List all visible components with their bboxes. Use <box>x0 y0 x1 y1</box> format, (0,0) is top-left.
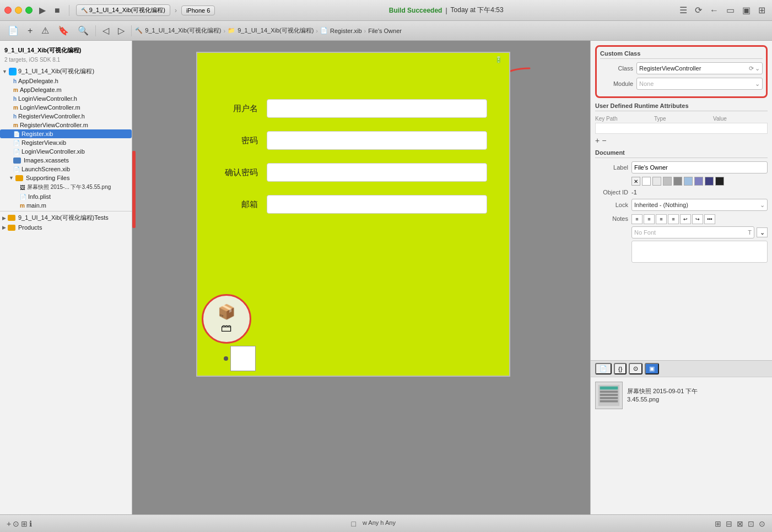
view-layout-btn[interactable]: □ <box>351 519 355 528</box>
align-rtl-btn[interactable]: ↩ <box>680 214 691 224</box>
tab-source-icon[interactable]: {} <box>614 363 627 374</box>
sidebar-item-tests[interactable]: ▶ 9_1_UI_14_Xib(可视化编程)Tests <box>0 213 132 223</box>
class-dropdown[interactable]: RegisterViewController ⟳ ⌄ <box>636 62 763 74</box>
font-size-btn[interactable]: ⌄ <box>757 227 768 237</box>
small-white-square[interactable] <box>230 346 256 371</box>
status-info-btn[interactable]: ℹ <box>29 519 32 528</box>
breadcrumb-project[interactable]: 9_1_UI_14_Xib(可视化编程) <box>145 26 221 35</box>
font-dropdown[interactable]: No Font T <box>631 226 754 238</box>
traffic-lights <box>4 7 33 14</box>
sidebar-item-project-root[interactable]: ▼ 9_1_UI_14_Xib(可视化编程) <box>0 66 132 77</box>
refresh-class-icon[interactable]: ⟳ <box>749 65 754 72</box>
search-btn[interactable]: 🔍 <box>74 24 92 37</box>
notes-area: ≡ ≡ ≡ ≡ ↩ ↪ ••• No Font T <box>631 214 768 264</box>
sidebar-item-register-xib[interactable]: 📄 Register.xib <box>0 129 132 138</box>
grid-btn[interactable]: ⊞ <box>715 519 721 528</box>
tab-target-icon[interactable]: ⊙ <box>629 363 643 374</box>
color-swatch-blue1[interactable] <box>684 177 693 186</box>
inspector-toggle[interactable]: ▭ <box>724 4 737 17</box>
back-nav-btn[interactable]: ◁ <box>99 24 112 37</box>
module-dropdown[interactable]: None ⌄ <box>636 78 763 90</box>
align-right-btn[interactable]: ≡ <box>656 214 667 224</box>
sidebar-item-images-xcassets[interactable]: Images.xcassets <box>0 156 132 165</box>
more-options-btn[interactable]: ••• <box>704 214 715 224</box>
label-input[interactable] <box>631 161 768 173</box>
warning-btn[interactable]: ⚠ <box>38 24 52 37</box>
sidebar-item-registervc-h[interactable]: h RegisterViewController.h <box>0 112 132 121</box>
sidebar-item-appdelegate-m[interactable]: m AppDelegate.m <box>0 85 132 94</box>
sidebar-item-appdelegate-h[interactable]: h AppDelegate.h <box>0 77 132 85</box>
font-picker-icon[interactable]: T <box>748 229 752 236</box>
play-button[interactable]: ▶ <box>37 4 48 17</box>
fullscreen-button[interactable] <box>25 7 33 14</box>
color-swatch-gray3[interactable] <box>673 177 682 186</box>
lock-dropdown-arrow[interactable]: ⌄ <box>760 202 765 209</box>
object-library-circle[interactable]: 📦 🗃 <box>202 294 251 344</box>
sidebar-item-loginvc-h[interactable]: h LoginViewController.h <box>0 94 132 103</box>
stop-button[interactable]: ■ <box>52 4 62 17</box>
notes-textarea[interactable] <box>631 241 768 263</box>
color-swatch-black[interactable] <box>715 177 724 186</box>
minimize-button[interactable] <box>15 7 22 14</box>
notes-row: Notes ≡ ≡ ≡ ≡ ↩ ↪ ••• <box>595 214 768 264</box>
sidebar-item-info-plist[interactable]: 📄 Info.plist <box>0 192 132 201</box>
forward-nav-btn[interactable]: ▷ <box>115 24 128 37</box>
lock-dropdown[interactable]: Inherited - (Nothing) ⌄ <box>631 199 768 211</box>
bookmark-btn[interactable]: 🔖 <box>55 24 72 37</box>
color-clear-btn[interactable]: ✕ <box>631 177 640 186</box>
align-ltr-btn[interactable]: ↪ <box>692 214 703 224</box>
color-swatch-gray2[interactable] <box>663 177 672 186</box>
device-selector[interactable]: iPhone 6 <box>181 6 215 15</box>
version-toggle[interactable]: ⊞ <box>756 4 768 17</box>
new-file-btn[interactable]: 📄 <box>4 24 22 37</box>
layout-btn[interactable]: ⊟ <box>726 519 732 528</box>
color-swatch-blue2[interactable] <box>694 177 703 186</box>
confirm-password-input[interactable] <box>267 163 487 182</box>
sidebar-item-loginvc-xib[interactable]: 📄 LoginViewController.xib <box>0 147 132 156</box>
breadcrumb-file[interactable]: Register.xib <box>330 28 361 34</box>
password-input[interactable] <box>267 131 487 150</box>
align-justify-btn[interactable]: ≡ <box>668 214 679 224</box>
status-left: + ⊙ ⊞ ℹ <box>7 519 32 528</box>
refresh-btn[interactable]: ⟳ <box>693 4 704 17</box>
tab-layout-icon[interactable]: ▣ <box>645 363 659 374</box>
sidebar-item-loginvc-m[interactable]: m LoginViewController.m <box>0 103 132 112</box>
thumbnail-label: 屏幕快照 2015-09-01 下午3.45.55.png <box>627 387 698 404</box>
breadcrumb-owner[interactable]: File's Owner <box>368 28 402 34</box>
color-swatch-gray1[interactable] <box>652 177 661 186</box>
sidebar-item-main-m[interactable]: m main.m <box>0 201 132 210</box>
color-swatch-white[interactable] <box>642 177 651 186</box>
class-dropdown-arrow[interactable]: ⌄ <box>755 65 760 72</box>
sidebar-item-registervc-m[interactable]: m RegisterViewController.m <box>0 121 132 129</box>
close-button[interactable] <box>4 7 12 14</box>
status-expand-btn[interactable]: ⊞ <box>21 519 28 528</box>
tab-file-icon[interactable]: 📄 <box>595 363 612 374</box>
sidebar-item-launchscreen-xib[interactable]: 📄 LaunchScreen.xib <box>0 165 132 173</box>
sidebar-item-registerview-xib[interactable]: 📄 RegisterView.xib <box>0 138 132 147</box>
class-value: RegisterViewController <box>639 65 701 72</box>
color-swatch-dark[interactable] <box>705 177 714 186</box>
assistant-toggle[interactable]: ▣ <box>740 4 753 17</box>
breadcrumb-group[interactable]: 9_1_UI_14_Xib(可视化编程) <box>237 26 314 35</box>
email-input[interactable] <box>267 195 487 214</box>
align-left-btn[interactable]: ≡ <box>631 214 643 224</box>
form-row-password: 密码 <box>219 131 487 150</box>
status-filter-btn[interactable]: ⊙ <box>13 519 19 528</box>
split-btn[interactable]: ⊠ <box>737 519 743 528</box>
add-attribute-button[interactable]: + <box>595 136 600 145</box>
sidebar-item-screenshot-png[interactable]: 🖼 屏幕快照 2015-... 下午3.45.55.png <box>0 182 132 192</box>
zoom-btn[interactable]: ⊙ <box>759 519 765 528</box>
sidebar-item-products[interactable]: ▶ Products <box>0 223 132 232</box>
sidebar-item-label: Register.xib <box>21 131 53 137</box>
sidebar-item-supporting-files[interactable]: ▼ Supporting Files <box>0 173 132 182</box>
navigator-toggle[interactable]: ☰ <box>677 4 689 17</box>
scheme-selector[interactable]: 🔨 9_1_UI_14_Xib(可视化编程) <box>76 4 170 16</box>
remove-attribute-button[interactable]: − <box>602 136 606 145</box>
username-input[interactable] <box>267 99 487 118</box>
module-dropdown-arrow[interactable]: ⌄ <box>755 80 760 88</box>
status-add-btn[interactable]: + <box>7 519 11 528</box>
align-center-btn[interactable]: ≡ <box>644 214 655 224</box>
back-btn[interactable]: ← <box>708 4 721 17</box>
add-btn[interactable]: + <box>24 25 36 37</box>
fullscreen-btn[interactable]: ⊡ <box>748 519 754 528</box>
